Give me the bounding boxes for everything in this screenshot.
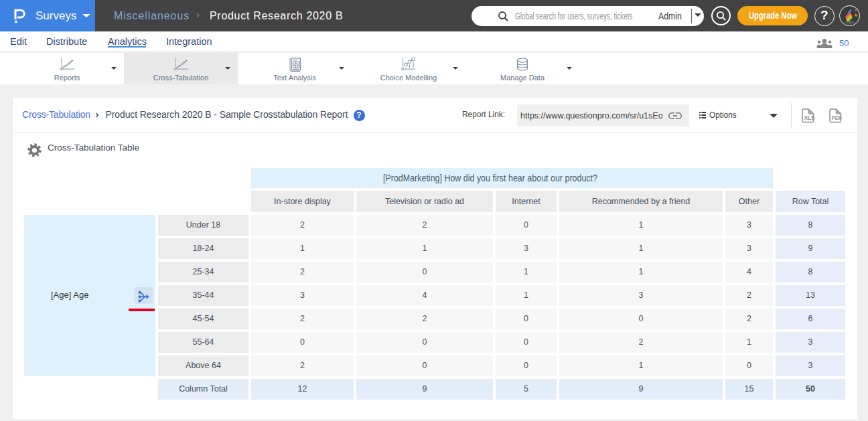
svg-text:PDF: PDF: [831, 114, 842, 120]
svg-text:XLS: XLS: [804, 114, 814, 120]
